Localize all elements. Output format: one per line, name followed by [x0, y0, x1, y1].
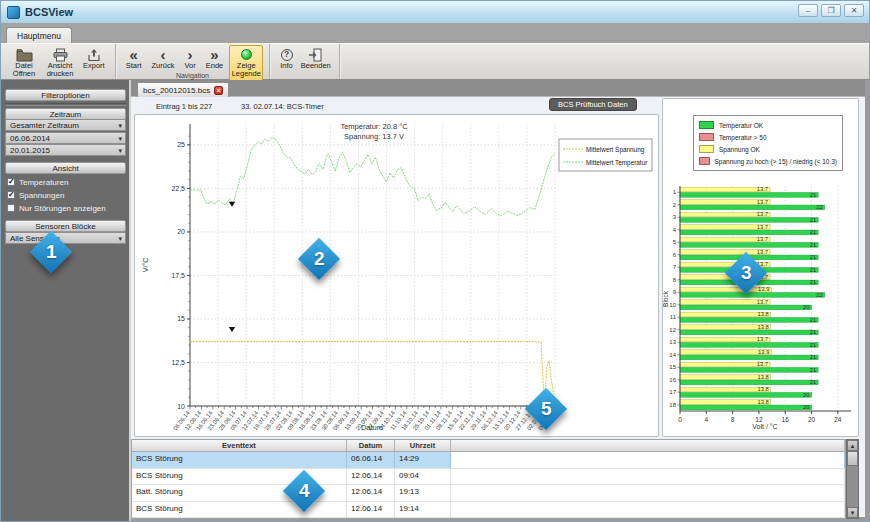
filter-sidebar: Filteroptionen Zeitraum Gesamter Zeitrau…: [1, 80, 131, 521]
print-view-label: Ansicht drucken: [47, 62, 74, 79]
svg-text:8: 8: [673, 277, 677, 283]
zurueck-label: Zurück: [152, 62, 175, 70]
legend-swatch: [699, 121, 714, 129]
question-circle-icon: ?: [281, 47, 293, 62]
vor-button[interactable]: › Vor: [180, 45, 199, 72]
svg-text:13.7: 13.7: [757, 224, 768, 230]
temperature-voltage-line-chart[interactable]: 1012,51517,52022,52506.06.1412.06.1416.0…: [134, 114, 659, 437]
maximize-button[interactable]: ❐: [821, 4, 841, 17]
start-label: Start: [126, 62, 142, 70]
events-table-header: Eventtext Datum Uhrzeit: [132, 440, 845, 452]
info-button[interactable]: ? Info: [276, 45, 297, 72]
minimize-button[interactable]: –: [798, 4, 818, 17]
svg-text:15: 15: [177, 315, 185, 322]
table-row[interactable]: BCS Störung12.06.1419:14: [132, 502, 845, 519]
ansicht-header[interactable]: Ansicht: [5, 162, 126, 174]
svg-text:Temperatur: 20.8 °C: Temperatur: 20.8 °C: [340, 122, 408, 131]
svg-text:22: 22: [816, 204, 822, 210]
open-file-button[interactable]: Datei Öffnen: [7, 45, 41, 81]
chevron-right-icon: ›: [188, 47, 193, 62]
sensoren-select[interactable]: Alle Sensoren▾: [5, 232, 126, 244]
checkbox-icon: [7, 191, 15, 199]
date-from-select[interactable]: 06.06.2014▾: [5, 132, 126, 144]
svg-text:20: 20: [803, 304, 809, 310]
bcsview-window: BCSView – ❐ ✕ Hauptmenu Datei Öffnen: [0, 0, 870, 522]
svg-text:13.8: 13.8: [757, 324, 768, 330]
svg-text:2: 2: [673, 202, 677, 208]
beenden-button[interactable]: Beenden: [299, 45, 333, 72]
chevron-down-icon: ▾: [118, 233, 122, 244]
date-to-select[interactable]: 20.01.2015▾: [5, 144, 126, 156]
svg-text:13.7: 13.7: [757, 361, 768, 367]
svg-text:17: 17: [669, 389, 676, 395]
scroll-up-icon[interactable]: ▲: [847, 440, 858, 451]
svg-text:16: 16: [669, 377, 676, 383]
chevron-down-icon: ▾: [118, 133, 122, 144]
svg-text:Datum: Datum: [361, 423, 383, 432]
legend-entry: Spannung zu hoch (> 15) / niedrig (< 10.…: [699, 155, 837, 167]
close-button[interactable]: ✕: [844, 4, 864, 17]
svg-text:13.7: 13.7: [757, 336, 768, 342]
svg-text:4: 4: [673, 227, 677, 233]
svg-text:25: 25: [177, 141, 185, 148]
ende-label: Ende: [206, 62, 224, 70]
start-button[interactable]: « Start: [122, 45, 146, 72]
title-bar[interactable]: BCSView – ❐ ✕: [1, 1, 869, 23]
svg-text:12,5: 12,5: [171, 359, 185, 366]
svg-text:Mittelwert Spannung: Mittelwert Spannung: [586, 146, 645, 154]
svg-text:21: 21: [810, 229, 816, 235]
table-scrollbar[interactable]: ▲ ▼: [846, 439, 859, 519]
legend-entry: Spannung OK: [699, 143, 837, 155]
legend-entry: Temperatur > 50: [699, 131, 837, 143]
timer-info-label: 33. 02.07.14: BCS-Timer: [241, 102, 324, 111]
main-area: bcs_20012015.bcs ✕ Eintrag 1 bis 227 33.…: [131, 80, 865, 517]
chevron-down-icon: ▾: [118, 120, 122, 131]
chevron-down-icon: ▾: [118, 145, 122, 156]
ende-button[interactable]: » Ende: [202, 45, 228, 72]
zurueck-button[interactable]: ‹ Zurück: [148, 45, 179, 72]
svg-text:13.8: 13.8: [757, 374, 768, 380]
svg-text:16: 16: [782, 416, 790, 423]
svg-text:5: 5: [673, 239, 677, 245]
svg-text:12: 12: [669, 327, 676, 333]
svg-text:21: 21: [810, 279, 816, 285]
table-row[interactable]: Batt. Störung12.06.1419:13: [132, 485, 845, 502]
tab-hauptmenu[interactable]: Hauptmenu: [6, 27, 72, 44]
open-file-label: Datei Öffnen: [11, 62, 37, 79]
export-button[interactable]: Export: [79, 45, 109, 72]
svg-text:20: 20: [803, 392, 809, 398]
col-uhrzeit[interactable]: Uhrzeit: [395, 440, 451, 451]
nur-stoerungen-checkbox[interactable]: Nur Störungen anzeigen: [7, 203, 106, 213]
checkbox-icon: [7, 178, 15, 186]
table-row[interactable]: BCS Störung12.06.1409:04: [132, 469, 845, 486]
spannungen-checkbox[interactable]: Spannungen: [7, 190, 64, 200]
svg-text:20: 20: [803, 404, 809, 410]
entry-range-label: Eintrag 1 bis 227: [156, 102, 212, 111]
zeitraum-select[interactable]: Gesamter Zeitraum▾: [5, 119, 126, 131]
svg-text:8: 8: [731, 416, 735, 423]
col-datum[interactable]: Datum: [347, 440, 395, 451]
svg-text:18: 18: [669, 402, 676, 408]
beenden-label: Beenden: [301, 62, 331, 70]
double-chevron-left-icon: «: [129, 47, 137, 62]
sensoren-bloecke-header[interactable]: Sensoren Blöcke: [5, 220, 126, 232]
scroll-down-icon[interactable]: ▼: [847, 507, 858, 518]
svg-text:13: 13: [669, 339, 676, 345]
table-row[interactable]: BCS Störung06.06.1414:29: [132, 452, 845, 469]
scroll-thumb[interactable]: [847, 451, 858, 466]
filteroptionen-header[interactable]: Filteroptionen: [5, 89, 126, 101]
print-view-button[interactable]: Ansicht drucken: [43, 45, 77, 81]
svg-text:0: 0: [678, 416, 682, 423]
chevron-left-icon: ‹: [160, 47, 165, 62]
svg-text:1: 1: [673, 189, 677, 195]
col-eventtext[interactable]: Eventtext: [132, 440, 347, 451]
svg-text:21: 21: [810, 217, 816, 223]
temperaturen-checkbox[interactable]: Temperaturen: [7, 177, 68, 187]
svg-text:21: 21: [810, 192, 816, 198]
checkbox-icon: [7, 204, 15, 212]
svg-text:13.7: 13.7: [757, 236, 768, 242]
svg-text:10: 10: [177, 403, 185, 410]
document-tab[interactable]: bcs_20012015.bcs ✕: [137, 82, 229, 97]
tab-close-icon[interactable]: ✕: [214, 86, 223, 95]
svg-text:Block: Block: [663, 290, 669, 307]
